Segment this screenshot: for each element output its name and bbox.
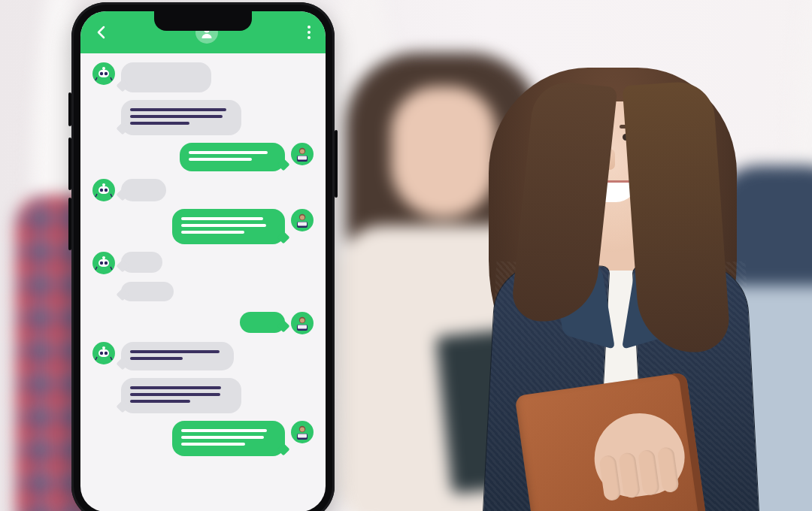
chat-thread[interactable] xyxy=(80,53,326,511)
user-message-row xyxy=(92,143,314,171)
text-line-placeholder xyxy=(130,400,190,403)
user-avatar xyxy=(291,209,314,231)
phone-notch xyxy=(154,11,252,31)
text-line-placeholder xyxy=(181,436,264,439)
user-message-row xyxy=(92,421,314,456)
foreground-person xyxy=(481,60,782,511)
bot-avatar xyxy=(92,252,115,274)
vertical-dots-icon xyxy=(308,26,311,29)
user-avatar xyxy=(291,312,314,334)
bot-avatar xyxy=(92,62,115,85)
back-button[interactable] xyxy=(91,21,111,44)
text-line-placeholder xyxy=(181,224,266,227)
text-line-placeholder xyxy=(130,386,221,389)
chat-bubble[interactable] xyxy=(172,421,285,456)
chat-bubble[interactable] xyxy=(121,100,241,135)
text-line-placeholder xyxy=(181,217,263,220)
bot-message-row xyxy=(92,378,314,413)
user-avatar xyxy=(291,421,314,443)
overflow-menu-button[interactable] xyxy=(303,21,315,44)
text-line-placeholder xyxy=(181,443,245,446)
chat-bubble[interactable] xyxy=(121,282,174,301)
user-avatar xyxy=(291,143,314,165)
text-line-placeholder xyxy=(130,393,220,396)
text-line-placeholder xyxy=(130,350,220,353)
bot-message-row xyxy=(92,282,314,304)
text-line-placeholder xyxy=(181,231,244,234)
chat-bubble[interactable] xyxy=(121,378,241,413)
bot-message-row xyxy=(92,342,314,370)
chat-bubble[interactable] xyxy=(121,342,234,370)
chat-bubble[interactable] xyxy=(121,252,162,273)
text-line-placeholder xyxy=(130,357,183,360)
text-line-placeholder xyxy=(130,122,189,125)
bot-avatar xyxy=(92,342,115,364)
bot-message-row xyxy=(92,100,314,135)
chat-bubble[interactable] xyxy=(121,179,166,201)
user-message-row xyxy=(92,209,314,244)
bot-message-row xyxy=(92,179,314,201)
text-line-placeholder xyxy=(130,115,223,118)
scene-root xyxy=(0,0,812,511)
bot-message-row xyxy=(92,62,314,92)
chat-bubble[interactable] xyxy=(172,209,285,244)
chat-bubble[interactable] xyxy=(180,143,285,171)
phone-screen xyxy=(80,11,326,511)
bot-message-row xyxy=(92,252,314,274)
user-message-row xyxy=(92,312,314,334)
text-line-placeholder xyxy=(189,151,268,154)
phone-mockup xyxy=(71,2,335,511)
chevron-left-icon xyxy=(95,26,106,39)
chat-bubble[interactable] xyxy=(121,62,211,92)
chat-bubble[interactable] xyxy=(240,312,285,333)
text-line-placeholder xyxy=(189,158,252,161)
text-line-placeholder xyxy=(181,429,267,432)
text-line-placeholder xyxy=(130,108,226,111)
bot-avatar xyxy=(92,179,115,201)
